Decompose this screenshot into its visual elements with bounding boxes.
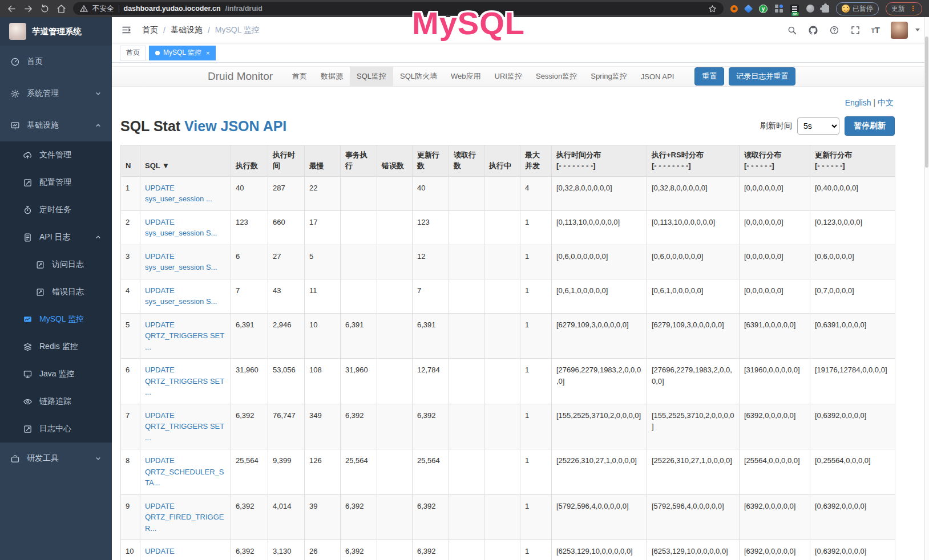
extension-list-icon[interactable]: on — [790, 5, 799, 13]
pause-refresh-button[interactable]: 暂停刷新 — [845, 116, 895, 136]
extension-grid-icon[interactable] — [775, 5, 783, 13]
column-header[interactable]: SQL ▼ — [140, 145, 231, 177]
sidebar-item-scheduled-jobs[interactable]: 定时任务 — [0, 196, 112, 224]
sql-link[interactable]: UPDATE sys_user_session S... — [145, 252, 217, 272]
search-icon[interactable] — [787, 25, 797, 35]
column-header[interactable]: 执行+RS时分布[- - - - - - - -] — [647, 145, 740, 177]
sql-link[interactable]: UPDATE QRTZ_SCHEDULER_STA... — [145, 456, 224, 487]
timer-icon — [23, 205, 33, 215]
back-icon[interactable] — [7, 4, 17, 14]
sidebar-item-file-management[interactable]: 文件管理 — [0, 141, 112, 169]
avatar-caret-icon[interactable] — [915, 29, 920, 31]
stat-cell: 660 — [268, 210, 305, 245]
druid-nav-item[interactable]: SQL防火墙 — [393, 67, 444, 86]
column-header[interactable]: 更新行数 — [413, 145, 449, 177]
sql-link[interactable]: UPDATE QRTZ_TRIGGERS SET ... — [145, 320, 224, 351]
sidebar-item-api-logs[interactable]: API 日志 — [0, 224, 112, 251]
paused-badge[interactable]: 已暂停 — [836, 2, 879, 15]
column-header[interactable]: 读取行数 — [449, 145, 484, 177]
sidebar-item-infra[interactable]: 基础设施 — [0, 109, 112, 141]
extension-y-icon[interactable]: y — [759, 5, 768, 13]
column-header[interactable]: 更新行分布[- - - - - -] — [810, 145, 895, 177]
sql-link[interactable]: UPDATE sys_user_session S... — [145, 286, 217, 306]
druid-nav-item[interactable]: Web应用 — [444, 67, 488, 86]
view-json-api-link[interactable]: View JSON API — [184, 118, 286, 134]
sql-link[interactable]: UPDATE sys_user_session ... — [145, 184, 212, 204]
github-icon[interactable] — [808, 25, 818, 35]
sidebar-item-system[interactable]: 系统管理 — [0, 78, 112, 109]
topbar-actions: TT — [787, 22, 920, 39]
lang-chinese-link[interactable]: 中文 — [878, 98, 894, 107]
forward-icon[interactable] — [23, 4, 33, 14]
tab-mysql-monitor[interactable]: MySQL 监控 × — [149, 46, 216, 60]
stat-cell: 31,960 — [231, 359, 268, 404]
sql-link[interactable]: UPDATE sys_user_session S... — [145, 218, 217, 238]
sql-link[interactable]: UPDATE QRTZ_FIRED_TRIGGER... — [145, 502, 224, 533]
extension-gem-icon[interactable] — [744, 4, 753, 13]
column-header[interactable]: 最大并发 — [520, 145, 552, 177]
extension-person-icon[interactable] — [806, 5, 814, 13]
reload-icon[interactable] — [40, 4, 50, 14]
font-size-icon[interactable]: TT — [871, 25, 880, 35]
tab-home[interactable]: 首页 — [120, 46, 146, 60]
update-button[interactable]: 更新 ⋮ — [886, 2, 922, 15]
stat-cell — [377, 404, 413, 449]
column-header[interactable]: N — [121, 145, 140, 177]
url-bar[interactable]: 不安全 dashboard.yudao.iocoder.cn/infra/dru… — [73, 2, 724, 15]
druid-nav-item[interactable]: 数据源 — [314, 67, 350, 86]
extensions-puzzle-icon[interactable] — [822, 5, 829, 13]
druid-nav-item[interactable]: JSON API — [634, 67, 681, 86]
refresh-interval-select[interactable]: 5s — [797, 117, 839, 135]
lang-english-link[interactable]: English — [845, 98, 871, 107]
column-header[interactable]: 事务执行 — [341, 145, 377, 177]
column-header[interactable]: 最慢 — [305, 145, 341, 177]
breadcrumb-home[interactable]: 首页 — [142, 25, 158, 35]
sidebar-item-error-logs[interactable]: 错误日志 — [0, 278, 112, 306]
sidebar-item-log-center[interactable]: 日志中心 — [0, 415, 112, 443]
sidebar-collapse-icon[interactable] — [121, 25, 132, 35]
druid-nav-item[interactable]: Session监控 — [529, 67, 584, 86]
fullscreen-icon[interactable] — [850, 25, 861, 35]
log-and-reset-button[interactable]: 记录日志并重置 — [729, 67, 795, 86]
druid-nav-item[interactable]: 首页 — [285, 67, 314, 86]
stat-cell: 6,392 — [413, 494, 449, 540]
chevron-up-icon — [95, 234, 102, 241]
sidebar-item-java-monitor[interactable]: Java 监控 — [0, 360, 112, 388]
reset-button[interactable]: 重置 — [694, 67, 724, 86]
help-icon[interactable] — [829, 25, 839, 35]
sql-cell: UPDATE QRTZ_SCHEDULER_STA... — [140, 449, 231, 495]
sidebar-item-dev-tools[interactable]: 研发工具 — [0, 443, 112, 474]
monitor-icon — [23, 370, 33, 379]
sidebar-item-redis-monitor[interactable]: Redis 监控 — [0, 333, 112, 360]
column-header[interactable]: 执行时间 — [268, 145, 305, 177]
scrollbar-thumb[interactable] — [925, 36, 928, 168]
sidebar-item-access-logs[interactable]: 访问日志 — [0, 251, 112, 278]
druid-nav-item[interactable]: URI监控 — [488, 67, 529, 86]
column-header[interactable]: 错误数 — [377, 145, 413, 177]
sql-link[interactable]: UPDATE QRTZ_TRIGGERS SET ... — [145, 411, 224, 442]
sidebar-item-tracing[interactable]: 链路追踪 — [0, 388, 112, 415]
sidebar-item-mysql-monitor[interactable]: MySQL 监控 — [0, 306, 112, 333]
column-header[interactable]: 执行中 — [484, 145, 520, 177]
user-avatar[interactable] — [891, 22, 908, 39]
home-icon[interactable] — [56, 4, 66, 14]
menu-dots-icon[interactable]: ⋮ — [910, 5, 916, 13]
sql-link[interactable]: UPDATE QRTZ_TRIGGERS SET ... — [145, 366, 224, 396]
stat-cell: [25226,310,27,1,0,0,0,0] — [552, 449, 647, 495]
breadcrumb-infra[interactable]: 基础设施 — [171, 25, 203, 35]
druid-nav-item[interactable]: Spring监控 — [584, 67, 634, 86]
page-scrollbar[interactable] — [924, 17, 929, 560]
bookmark-star-icon[interactable] — [708, 5, 717, 13]
row-index-cell: 6 — [121, 359, 140, 404]
druid-nav-item[interactable]: SQL监控 — [350, 67, 393, 86]
extension-donut-icon[interactable] — [730, 5, 738, 13]
column-header[interactable]: 执行时间分布[- - - - - - - -] — [552, 145, 647, 177]
sidebar-item-config-management[interactable]: 配置管理 — [0, 169, 112, 196]
column-header[interactable]: 读取行分布[- - - - - -] — [740, 145, 810, 177]
column-header[interactable]: 执行数 — [231, 145, 268, 177]
sidebar-item-home[interactable]: 首页 — [0, 46, 112, 78]
stat-cell — [484, 494, 520, 540]
tab-close-icon[interactable]: × — [206, 50, 209, 56]
stat-cell: 6,392 — [341, 494, 377, 540]
sql-link[interactable]: UPDATE QRTZ_CRON_TRIGGERS... — [145, 547, 224, 560]
